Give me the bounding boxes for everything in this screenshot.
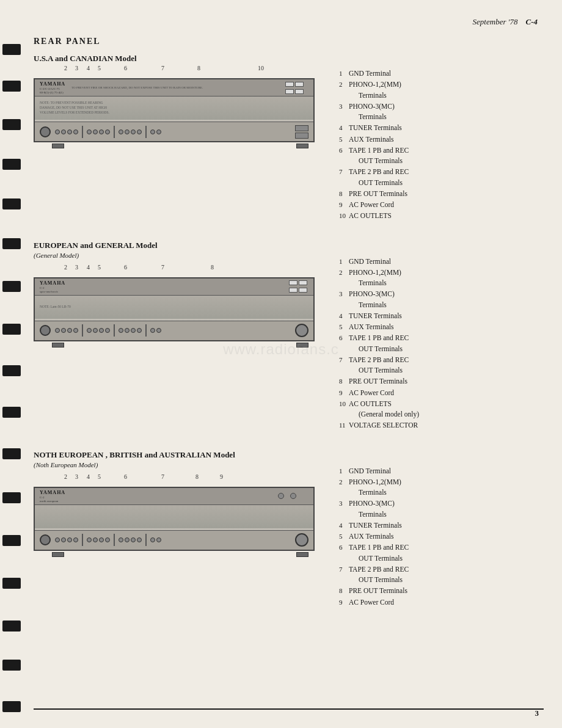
- usa-foot-left: [52, 144, 64, 148]
- noth-phono-group: [55, 537, 78, 542]
- european-feet: [34, 343, 327, 348]
- usa-sw1: [285, 82, 294, 87]
- usa-c4: [73, 129, 78, 134]
- european-foot-right: [296, 343, 308, 348]
- page-header: September '78 C-4: [473, 17, 538, 27]
- usa-power-area: [165, 125, 308, 139]
- usa-device-diagram: YAMAHA C-2/C-2/A/C-75 60-8(1)-(1) 75-4(1…: [34, 78, 315, 142]
- noth-label-1: 1 GND Terminal: [339, 466, 547, 476]
- noth-knob: [295, 533, 308, 547]
- page-date: September '78: [473, 17, 518, 26]
- european-phono-group: [55, 328, 78, 333]
- noth-device-mid: [35, 505, 313, 528]
- usa-c10: [125, 129, 130, 134]
- eu-c9: [119, 328, 123, 333]
- noth-labels: 1 GND Terminal 2 PHONO-1,2(MM)Terminals …: [339, 450, 547, 608]
- usa-c9: [119, 129, 123, 134]
- noth-device-bottom: [35, 530, 313, 550]
- usa-phono-group: [55, 129, 78, 134]
- usa-yamaha-logo: YAMAHA: [40, 81, 65, 87]
- european-pre-group: [150, 328, 161, 333]
- european-sw3: [289, 288, 297, 293]
- eu-c1: [55, 328, 60, 333]
- eu-c13: [150, 328, 155, 333]
- usa-c8: [105, 129, 110, 134]
- european-logo-area: YAMAHA C-2 spec-one/two/c: [40, 280, 65, 293]
- noth-device-top: YAMAHA C-2 north european: [35, 488, 313, 505]
- no-c1: [55, 537, 60, 542]
- noth-device-diagram: YAMAHA C-2 north european: [34, 487, 315, 551]
- usa-right-switches: [285, 82, 304, 94]
- noth-dots: [278, 493, 296, 499]
- noth-dot1: [278, 493, 284, 499]
- noth-label-5: 5 AUX Terminals: [339, 531, 547, 542]
- usa-labels: 1 GND Terminal 2 PHONO-1,2(MM)Terminals …: [339, 54, 547, 222]
- no-c4: [73, 537, 78, 542]
- no-c11: [131, 537, 136, 542]
- eu-label-3: 3 PHONO-3(MC)Terminals: [339, 289, 547, 310]
- noth-label-4: 4 TUNER Terminals: [339, 520, 547, 531]
- noth-label-8: 8 PRE OUT Terminals: [339, 586, 547, 596]
- eu-c4: [73, 328, 78, 333]
- noth-feet: [34, 552, 327, 557]
- european-right-switches: [289, 280, 307, 293]
- noth-gnd: [40, 534, 51, 545]
- usa-device-logo-area: YAMAHA C-2/C-2/A/C-75 60-8(1)-(1) 75-4(1…: [40, 81, 65, 94]
- european-sw-row2: [289, 288, 307, 293]
- no-c8: [105, 537, 110, 542]
- european-labels: 1 GND Terminal 2 PHONO-1,2(MM)Terminals …: [339, 241, 547, 432]
- usa-label-10: 10 AC OUTLETS: [339, 211, 547, 221]
- european-sw-row1: [289, 280, 307, 285]
- european-yamaha-logo: YAMAHA: [40, 280, 65, 286]
- usa-diagram-col: U.S.A and CANADIAN Model 2 3 4 5 6 7 8 1…: [34, 54, 327, 148]
- european-layout: EUROPEAN and GENERAL Model (General Mode…: [34, 241, 547, 432]
- main-content: REAR PANEL U.S.A and CANADIAN Model 2 3 …: [34, 37, 547, 625]
- european-title: EUROPEAN and GENERAL Model: [34, 241, 327, 250]
- eu-label-11: 11 VOLTAGE SELECTOR: [339, 420, 547, 431]
- european-device-bottom: [35, 321, 313, 340]
- european-numbers: 2 3 4 5 6 7 8: [34, 264, 327, 277]
- eu-c3: [67, 328, 72, 333]
- noth-tape1-group: [87, 537, 110, 542]
- noth-numbers: 2 3 4 5 6 7 8 9: [34, 473, 327, 487]
- european-knob: [295, 324, 308, 337]
- usa-label-2: 2 PHONO-1,2(MM)Terminals: [339, 79, 547, 101]
- eu-div1: [82, 324, 83, 337]
- usa-switch-row2: [285, 89, 304, 94]
- usa-div2: [114, 126, 115, 138]
- eu-label-10: 10 AC OUTLETS(General model only): [339, 399, 547, 420]
- usa-spec-text: 60-8(1)-(1) 75-4(1): [40, 91, 65, 94]
- noth-section: NOTH EUROPEAN , BRITISH and AUSTRALIAN M…: [34, 450, 547, 608]
- eu-div2: [114, 324, 115, 337]
- no-c6: [93, 537, 98, 542]
- eu-c2: [61, 328, 66, 333]
- noth-subtitle: (Noth European Model): [34, 461, 327, 468]
- noth-label-2: 2 PHONO-1,2(MM)Terminals: [339, 477, 547, 498]
- no-div1: [82, 534, 83, 546]
- noth-dot2: [290, 493, 296, 499]
- european-device-diagram: YAMAHA C-2 spec-one/two/c: [34, 277, 315, 341]
- noth-label-7: 7 TAPE 2 PB and RECOUT Terminals: [339, 564, 547, 586]
- usa-warning-content: TO PREVENT FIRE OR SHOCK HAZARD, DO NOT …: [71, 86, 279, 90]
- bottom-page-number: 3: [535, 708, 539, 718]
- usa-mid-text: NOTE: TO PREVENT POSSIBLE HEARING DAMAGE…: [40, 101, 119, 115]
- eu-c11: [131, 328, 136, 333]
- eu-c5: [87, 328, 92, 333]
- usa-device-mid: NOTE: TO PREVENT POSSIBLE HEARING DAMAGE…: [35, 96, 313, 120]
- eu-label-8: 8 PRE OUT Terminals: [339, 376, 547, 387]
- noth-label-6: 6 TAPE 1 PB and RECOUT Terminals: [339, 542, 547, 564]
- european-sw4: [299, 288, 307, 293]
- noth-label-9: 9 AC Power Cord: [339, 597, 547, 608]
- page: September '78 C-4 REAR PANEL U.S.A and C…: [0, 0, 562, 728]
- no-c7: [99, 537, 104, 542]
- eu-label-1: 1 GND Terminal: [339, 257, 547, 267]
- noth-spec-text: north european: [40, 500, 65, 503]
- usa-label-1: 1 GND Terminal: [339, 68, 547, 79]
- european-tape1-group: [87, 328, 110, 333]
- european-subtitle: (General Model): [34, 252, 327, 259]
- noth-title: NOTH EUROPEAN , BRITISH and AUSTRALIAN M…: [34, 450, 327, 460]
- main-title: REAR PANEL: [34, 37, 547, 46]
- noth-layout: NOTH EUROPEAN , BRITISH and AUSTRALIAN M…: [34, 450, 547, 608]
- noth-foot-right: [296, 552, 308, 557]
- usa-title: U.S.A and CANADIAN Model: [34, 54, 327, 64]
